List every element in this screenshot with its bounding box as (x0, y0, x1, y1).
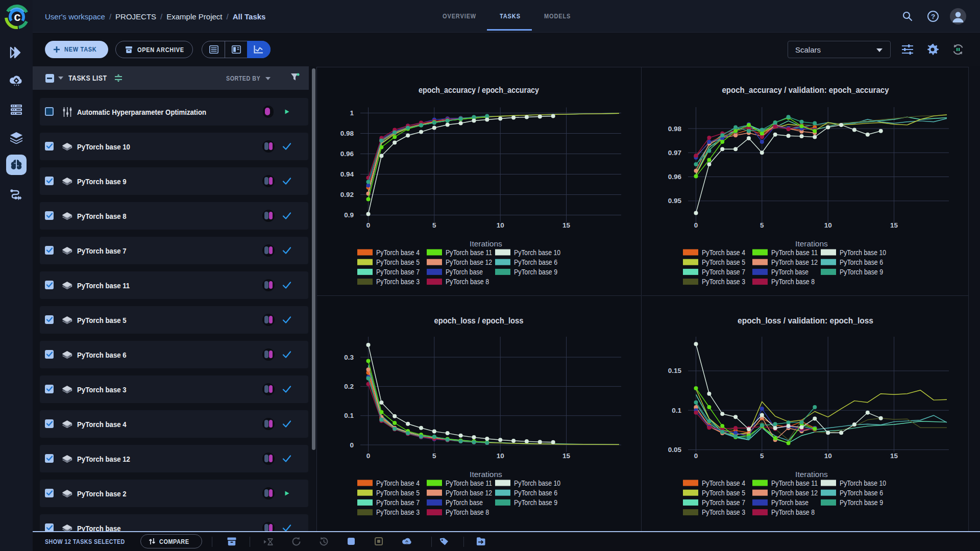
svg-text:PyTorch base: PyTorch base (771, 498, 808, 507)
svg-text:PyTorch base 12: PyTorch base 12 (446, 258, 492, 266)
svg-text:PyTorch base 8: PyTorch base 8 (446, 277, 489, 286)
svg-text:PyTorch base 9: PyTorch base 9 (840, 267, 883, 276)
svg-text:PyTorch base 12: PyTorch base 12 (771, 488, 818, 497)
svg-text:PyTorch base 10: PyTorch base 10 (514, 248, 560, 257)
svg-text:PyTorch base 5: PyTorch base 5 (376, 488, 420, 497)
svg-text:PyTorch base 11: PyTorch base 11 (446, 479, 492, 487)
svg-text:PyTorch base 10: PyTorch base 10 (514, 479, 560, 487)
svg-text:PyTorch base 11: PyTorch base 11 (771, 479, 818, 487)
svg-text:PyTorch base 4: PyTorch base 4 (702, 248, 745, 257)
svg-text:PyTorch base: PyTorch base (446, 267, 483, 276)
svg-text:PyTorch base 12: PyTorch base 12 (446, 488, 492, 497)
svg-text:PyTorch base 12: PyTorch base 12 (771, 258, 818, 266)
svg-text:PyTorch base 9: PyTorch base 9 (514, 498, 557, 507)
svg-text:PyTorch base 7: PyTorch base 7 (376, 267, 420, 276)
svg-text:PyTorch base 10: PyTorch base 10 (840, 479, 886, 487)
svg-text:PyTorch base 11: PyTorch base 11 (771, 248, 818, 257)
svg-text:PyTorch base 9: PyTorch base 9 (840, 498, 883, 507)
svg-text:PyTorch base 9: PyTorch base 9 (514, 267, 557, 276)
svg-text:Iterations: Iterations (795, 470, 828, 479)
svg-text:PyTorch base 5: PyTorch base 5 (702, 488, 745, 497)
svg-text:PyTorch base 5: PyTorch base 5 (702, 258, 745, 266)
svg-text:PyTorch base 6: PyTorch base 6 (840, 258, 883, 266)
svg-text:PyTorch base 4: PyTorch base 4 (702, 479, 745, 487)
svg-text:Iterations: Iterations (795, 239, 828, 248)
svg-text:PyTorch base: PyTorch base (771, 267, 808, 276)
svg-text:c: c (14, 10, 20, 23)
svg-text:PyTorch base 7: PyTorch base 7 (702, 267, 745, 276)
svg-text:?: ? (931, 13, 935, 20)
svg-text:PyTorch base 7: PyTorch base 7 (376, 498, 420, 507)
svg-text:PyTorch base 3: PyTorch base 3 (702, 277, 745, 286)
svg-text:Iterations: Iterations (470, 470, 502, 479)
svg-text:PyTorch base 5: PyTorch base 5 (376, 258, 420, 266)
svg-text:PyTorch base 11: PyTorch base 11 (446, 248, 492, 257)
svg-text:PyTorch base 3: PyTorch base 3 (376, 508, 420, 516)
svg-text:PyTorch base 4: PyTorch base 4 (376, 248, 420, 257)
svg-text:PyTorch base 6: PyTorch base 6 (840, 488, 883, 497)
svg-text:PyTorch base 8: PyTorch base 8 (771, 277, 815, 286)
svg-text:PyTorch base: PyTorch base (446, 498, 483, 507)
svg-text:PyTorch base 6: PyTorch base 6 (514, 488, 557, 497)
svg-text:PyTorch base 7: PyTorch base 7 (702, 498, 745, 507)
svg-text:PyTorch base 10: PyTorch base 10 (840, 248, 886, 257)
svg-text:PyTorch base 4: PyTorch base 4 (376, 479, 420, 487)
svg-text:PyTorch base 8: PyTorch base 8 (446, 508, 489, 516)
svg-text:PyTorch base 3: PyTorch base 3 (702, 508, 745, 516)
svg-text:PyTorch base 6: PyTorch base 6 (514, 258, 557, 266)
svg-text:PyTorch base 3: PyTorch base 3 (376, 277, 420, 286)
svg-text:Iterations: Iterations (470, 239, 502, 248)
svg-text:PyTorch base 8: PyTorch base 8 (771, 508, 815, 516)
